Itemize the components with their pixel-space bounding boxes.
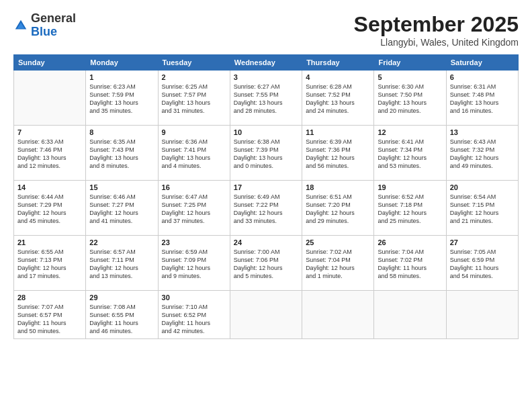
day-number: 6 (450, 73, 515, 81)
calendar-cell: 16Sunrise: 6:47 AMSunset: 7:25 PMDayligh… (158, 181, 230, 236)
day-number: 24 (234, 238, 298, 246)
location: Llangybi, Wales, United Kingdom (354, 37, 519, 48)
day-number: 29 (89, 293, 154, 302)
calendar-cell: 19Sunrise: 6:52 AMSunset: 7:18 PMDayligh… (374, 181, 446, 236)
calendar-cell: 7Sunrise: 6:33 AMSunset: 7:46 PMDaylight… (14, 126, 86, 181)
calendar-cell: 30Sunrise: 7:10 AMSunset: 6:52 PMDayligh… (158, 291, 230, 339)
calendar-cell: 20Sunrise: 6:54 AMSunset: 7:15 PMDayligh… (446, 181, 518, 236)
logo-general: General (31, 12, 76, 26)
day-info: Sunrise: 6:46 AMSunset: 7:27 PMDaylight:… (89, 193, 154, 226)
calendar-cell: 18Sunrise: 6:51 AMSunset: 7:20 PMDayligh… (302, 181, 374, 236)
calendar-cell: 22Sunrise: 6:57 AMSunset: 7:11 PMDayligh… (86, 236, 158, 291)
day-info: Sunrise: 6:28 AMSunset: 7:52 PMDaylight:… (306, 83, 370, 116)
calendar-cell: 23Sunrise: 6:59 AMSunset: 7:09 PMDayligh… (158, 236, 230, 291)
day-number: 23 (162, 238, 226, 246)
day-number: 16 (162, 183, 226, 191)
calendar-header-thursday: Thursday (302, 55, 374, 71)
calendar-week-5: 28Sunrise: 7:07 AMSunset: 6:57 PMDayligh… (14, 291, 519, 339)
calendar-cell: 24Sunrise: 7:00 AMSunset: 7:06 PMDayligh… (230, 236, 302, 291)
calendar-cell: 10Sunrise: 6:38 AMSunset: 7:39 PMDayligh… (230, 126, 302, 181)
calendar-cell: 6Sunrise: 6:31 AMSunset: 7:48 PMDaylight… (446, 71, 518, 126)
logo: General Blue (13, 12, 76, 39)
day-number: 21 (17, 238, 82, 246)
day-number: 18 (306, 183, 370, 191)
day-number: 7 (17, 128, 82, 136)
day-info: Sunrise: 6:41 AMSunset: 7:34 PMDaylight:… (378, 138, 442, 171)
day-info: Sunrise: 6:35 AMSunset: 7:43 PMDaylight:… (89, 138, 154, 171)
day-number: 15 (89, 183, 154, 191)
day-number: 8 (89, 128, 154, 136)
logo-blue: Blue (31, 26, 76, 39)
calendar-header-saturday: Saturday (446, 55, 518, 71)
day-number: 30 (162, 293, 226, 302)
day-number: 28 (17, 293, 82, 302)
calendar-cell: 1Sunrise: 6:23 AMSunset: 7:59 PMDaylight… (86, 71, 158, 126)
calendar-cell: 11Sunrise: 6:39 AMSunset: 7:36 PMDayligh… (302, 126, 374, 181)
day-info: Sunrise: 6:30 AMSunset: 7:50 PMDaylight:… (378, 83, 442, 116)
day-number: 14 (17, 183, 82, 191)
day-number: 12 (378, 128, 442, 136)
calendar-cell (302, 291, 374, 339)
calendar-week-4: 21Sunrise: 6:55 AMSunset: 7:13 PMDayligh… (14, 236, 519, 291)
day-info: Sunrise: 7:07 AMSunset: 6:57 PMDaylight:… (17, 303, 82, 336)
day-info: Sunrise: 6:25 AMSunset: 7:57 PMDaylight:… (162, 83, 226, 116)
day-number: 4 (306, 73, 370, 81)
day-number: 17 (234, 183, 298, 191)
calendar-cell: 13Sunrise: 6:43 AMSunset: 7:32 PMDayligh… (446, 126, 518, 181)
calendar-header-wednesday: Wednesday (230, 55, 302, 71)
page: General Blue September 2025 Llangybi, Wa… (0, 0, 532, 411)
calendar-week-3: 14Sunrise: 6:44 AMSunset: 7:29 PMDayligh… (14, 181, 519, 236)
day-info: Sunrise: 6:27 AMSunset: 7:55 PMDaylight:… (234, 83, 298, 116)
calendar-week-1: 1Sunrise: 6:23 AMSunset: 7:59 PMDaylight… (14, 71, 519, 126)
calendar-cell (374, 291, 446, 339)
calendar-cell: 8Sunrise: 6:35 AMSunset: 7:43 PMDaylight… (86, 126, 158, 181)
calendar-cell (14, 71, 86, 126)
day-number: 20 (450, 183, 515, 191)
day-info: Sunrise: 6:23 AMSunset: 7:59 PMDaylight:… (89, 83, 154, 116)
calendar-cell: 29Sunrise: 7:08 AMSunset: 6:55 PMDayligh… (86, 291, 158, 339)
calendar-header-monday: Monday (86, 55, 158, 71)
day-info: Sunrise: 6:39 AMSunset: 7:36 PMDaylight:… (306, 138, 370, 171)
day-info: Sunrise: 7:04 AMSunset: 7:02 PMDaylight:… (378, 248, 442, 281)
day-info: Sunrise: 7:08 AMSunset: 6:55 PMDaylight:… (89, 303, 154, 336)
day-info: Sunrise: 6:57 AMSunset: 7:11 PMDaylight:… (89, 248, 154, 281)
calendar-cell: 17Sunrise: 6:49 AMSunset: 7:22 PMDayligh… (230, 181, 302, 236)
day-info: Sunrise: 6:36 AMSunset: 7:41 PMDaylight:… (162, 138, 226, 171)
day-info: Sunrise: 6:47 AMSunset: 7:25 PMDaylight:… (162, 193, 226, 226)
calendar: SundayMondayTuesdayWednesdayThursdayFrid… (13, 54, 519, 339)
header: General Blue September 2025 Llangybi, Wa… (13, 12, 519, 48)
day-info: Sunrise: 6:55 AMSunset: 7:13 PMDaylight:… (17, 248, 82, 281)
calendar-cell: 9Sunrise: 6:36 AMSunset: 7:41 PMDaylight… (158, 126, 230, 181)
day-number: 13 (450, 128, 515, 136)
calendar-cell: 4Sunrise: 6:28 AMSunset: 7:52 PMDaylight… (302, 71, 374, 126)
day-number: 11 (306, 128, 370, 136)
calendar-cell: 26Sunrise: 7:04 AMSunset: 7:02 PMDayligh… (374, 236, 446, 291)
calendar-header-tuesday: Tuesday (158, 55, 230, 71)
calendar-cell: 15Sunrise: 6:46 AMSunset: 7:27 PMDayligh… (86, 181, 158, 236)
month-title: September 2025 (354, 12, 519, 37)
logo-icon (13, 18, 28, 33)
day-info: Sunrise: 7:05 AMSunset: 6:59 PMDaylight:… (450, 248, 515, 281)
day-info: Sunrise: 7:00 AMSunset: 7:06 PMDaylight:… (234, 248, 298, 281)
calendar-cell: 2Sunrise: 6:25 AMSunset: 7:57 PMDaylight… (158, 71, 230, 126)
calendar-cell (446, 291, 518, 339)
day-info: Sunrise: 7:02 AMSunset: 7:04 PMDaylight:… (306, 248, 370, 281)
day-info: Sunrise: 6:54 AMSunset: 7:15 PMDaylight:… (450, 193, 515, 226)
logo-text: General Blue (31, 12, 76, 39)
calendar-cell: 28Sunrise: 7:07 AMSunset: 6:57 PMDayligh… (14, 291, 86, 339)
calendar-cell: 5Sunrise: 6:30 AMSunset: 7:50 PMDaylight… (374, 71, 446, 126)
day-number: 22 (89, 238, 154, 246)
day-info: Sunrise: 6:52 AMSunset: 7:18 PMDaylight:… (378, 193, 442, 226)
day-number: 19 (378, 183, 442, 191)
day-info: Sunrise: 6:38 AMSunset: 7:39 PMDaylight:… (234, 138, 298, 171)
day-info: Sunrise: 6:31 AMSunset: 7:48 PMDaylight:… (450, 83, 515, 116)
calendar-cell: 14Sunrise: 6:44 AMSunset: 7:29 PMDayligh… (14, 181, 86, 236)
day-number: 10 (234, 128, 298, 136)
calendar-header-sunday: Sunday (14, 55, 86, 71)
day-number: 1 (89, 73, 154, 81)
day-info: Sunrise: 6:51 AMSunset: 7:20 PMDaylight:… (306, 193, 370, 226)
day-info: Sunrise: 6:33 AMSunset: 7:46 PMDaylight:… (17, 138, 82, 171)
day-number: 9 (162, 128, 226, 136)
calendar-cell: 12Sunrise: 6:41 AMSunset: 7:34 PMDayligh… (374, 126, 446, 181)
day-info: Sunrise: 7:10 AMSunset: 6:52 PMDaylight:… (162, 303, 226, 336)
